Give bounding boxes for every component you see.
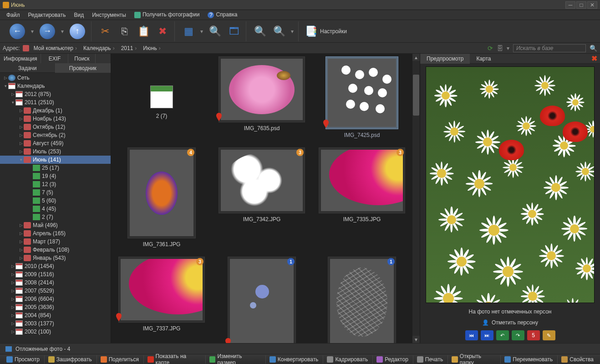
search-icon[interactable]: 🔍	[590, 45, 597, 52]
vertical-scrollbar[interactable]: ▲ ▼	[412, 54, 420, 343]
menu-tools[interactable]: Инструменты	[88, 11, 130, 19]
deferred-photos-bar[interactable]: Отложенные фото - 4	[0, 343, 600, 354]
scroll-thumb[interactable]	[413, 75, 419, 116]
thumb-item[interactable]: 3IMG_7335.JPG	[314, 147, 410, 248]
prev-next-button[interactable]: ⏭	[481, 330, 493, 340]
thumb-item[interactable]: 1img_7979.jpg	[214, 257, 310, 343]
tree-day-4[interactable]: 4 (45)	[0, 205, 111, 213]
nav-back-dropdown[interactable]: ▾	[29, 28, 36, 35]
tree-calendar[interactable]: ▾Календарь	[0, 82, 111, 90]
close-preview-button[interactable]: ✖	[591, 54, 597, 63]
rotate-right-button[interactable]: ↷	[512, 330, 524, 340]
tree-2004[interactable]: ▷2004 (854)	[0, 311, 111, 319]
zoom-in-button[interactable]: 🔍	[251, 22, 269, 40]
crumb-calendar[interactable]: Календарь›	[81, 45, 117, 51]
tab-exif[interactable]: EXIF	[41, 54, 68, 63]
thumb-item[interactable]: 4IMG_7361.JPG	[114, 147, 209, 248]
sb-print[interactable]: Печать	[413, 355, 447, 364]
sb-rename[interactable]: Переименовать	[500, 355, 556, 364]
tree-2006[interactable]: ▷2006 (6604)	[0, 295, 111, 303]
tree-2003[interactable]: ▷2003 (1377)	[0, 319, 111, 328]
thumb-folder[interactable]: 2 (7)	[114, 56, 209, 138]
tree-jan[interactable]: ▷Январь (543)	[0, 254, 111, 262]
refresh-icon[interactable]: ⟳	[488, 45, 493, 52]
sb-convert[interactable]: Конвертировать	[265, 355, 322, 364]
nav-forward-button[interactable]: →	[36, 22, 58, 40]
tree-2011[interactable]: ▾2011 (2510)	[0, 98, 111, 106]
sb-share[interactable]: Поделиться	[97, 355, 142, 364]
nav-back-button[interactable]: ←	[6, 22, 28, 40]
tab-tasks[interactable]: Задачи	[0, 63, 56, 73]
scroll-down-arrow[interactable]: ▼	[412, 336, 420, 343]
tree-apr[interactable]: ▷Апрель (165)	[0, 229, 111, 238]
thumb-item[interactable]: 3IMG_7342.JPG	[214, 147, 310, 248]
rotate-left-button[interactable]: ↶	[496, 330, 509, 340]
tab-explorer[interactable]: Проводник	[56, 63, 111, 73]
tree-2002[interactable]: ▷2002 (100)	[0, 328, 111, 336]
tree-day-2[interactable]: 2 (7)	[0, 213, 111, 221]
close-button[interactable]: ✕	[587, 1, 597, 9]
tree-2005[interactable]: ▷2005 (3636)	[0, 303, 111, 311]
window-mode-button[interactable]: 🗔	[225, 22, 243, 40]
tree-may[interactable]: ▷Май (496)	[0, 221, 111, 229]
view-options-dropdown[interactable]: ▾	[198, 28, 205, 35]
menu-get-photos[interactable]: Получить фотографии	[131, 10, 203, 19]
nav-up-button[interactable]: ↑	[66, 22, 88, 40]
tree-day-5[interactable]: 5 (60)	[0, 197, 111, 205]
tag-person-button[interactable]: Отметить персону	[420, 318, 600, 328]
maximize-button[interactable]: □	[576, 1, 586, 9]
thumb-item[interactable]: IMG_7635.psd	[214, 56, 310, 138]
menu-file[interactable]: Файл	[3, 11, 24, 19]
sb-editor[interactable]: Редактор	[372, 355, 412, 364]
prev-first-button[interactable]: ⏮	[465, 330, 478, 340]
tree-2010[interactable]: ▷2010 (1454)	[0, 262, 111, 270]
preview-count-button[interactable]: 5	[527, 330, 540, 340]
tab-search[interactable]: Поиск	[68, 54, 96, 63]
view-options-button[interactable]: ▦	[179, 22, 198, 40]
thumb-item[interactable]: 1img_4117.psd	[314, 257, 410, 343]
tree-mar[interactable]: ▷Март (187)	[0, 238, 111, 246]
crumb-june[interactable]: Июнь›	[141, 45, 163, 51]
tree-2007[interactable]: ▷2007 (5529)	[0, 287, 111, 295]
scroll-track[interactable]	[412, 61, 420, 336]
zoom-out-button[interactable]: 🔍	[270, 22, 288, 40]
tree-oct[interactable]: ▷Октябрь (12)	[0, 123, 111, 131]
cut-button[interactable]: ✂	[96, 22, 114, 40]
thumb-item[interactable]: 3IMG_7337.JPG	[114, 257, 209, 343]
thumb-item[interactable]: IMG_7425.psd	[314, 56, 410, 138]
menu-edit[interactable]: Редактировать	[25, 11, 70, 19]
tab-info[interactable]: Информация	[0, 54, 41, 63]
settings-button[interactable]: 📑 Настройки	[300, 25, 351, 37]
menu-help[interactable]: Справка	[204, 10, 241, 19]
tree-day-19[interactable]: 19 (4)	[0, 172, 111, 180]
tab-preview[interactable]: Предпросмотр	[420, 54, 470, 64]
database-icon[interactable]: 🗄	[497, 45, 503, 52]
sb-properties[interactable]: Свойства	[557, 355, 597, 364]
sb-view[interactable]: Просмотр	[3, 355, 43, 364]
tree-jul[interactable]: ▷Июль (253)	[0, 147, 111, 156]
minimize-button[interactable]: ─	[565, 1, 575, 9]
nav-forward-dropdown[interactable]: ▾	[59, 28, 66, 35]
tree-jun[interactable]: ▾Июнь (141)	[0, 156, 111, 164]
crumb-mycomputer[interactable]: Мой компьютер›	[32, 45, 79, 51]
tree-aug[interactable]: ▷Август (459)	[0, 139, 111, 147]
tree-sep[interactable]: ▷Сентябрь (2)	[0, 131, 111, 139]
tree-2012[interactable]: ▷2012 (875)	[0, 90, 111, 98]
sb-crop[interactable]: Кадрировать	[323, 355, 371, 364]
search-database-input[interactable]: Искать в базе	[513, 44, 586, 52]
tree-dec[interactable]: ▷Декабрь (1)	[0, 106, 111, 115]
preview-button[interactable]: 🔍	[206, 22, 224, 40]
tree-day-12[interactable]: 12 (3)	[0, 180, 111, 188]
tree-day-7[interactable]: 7 (5)	[0, 188, 111, 197]
sb-encrypt[interactable]: Зашифровать	[44, 355, 96, 364]
tree-network[interactable]: ▷Сеть	[0, 74, 111, 82]
sb-show-on-map[interactable]: Показать на карте	[143, 355, 204, 364]
tree-2009[interactable]: ▷2009 (1516)	[0, 270, 111, 278]
zoom-dropdown[interactable]: ▾	[289, 28, 295, 35]
copy-button[interactable]: ⎘	[115, 22, 133, 40]
tree-day-25[interactable]: 25 (17)	[0, 164, 111, 172]
paste-button[interactable]: 📋	[134, 22, 153, 40]
crumb-2011[interactable]: 2011›	[119, 45, 139, 51]
delete-button[interactable]: ✖	[153, 22, 172, 40]
scroll-up-arrow[interactable]: ▲	[412, 54, 420, 61]
